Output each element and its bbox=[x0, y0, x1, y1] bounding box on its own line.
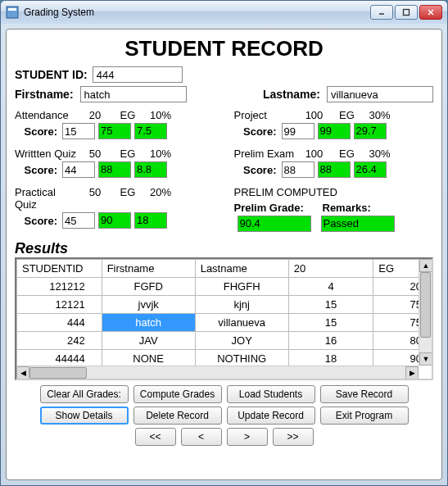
cell-lastname: NOTHING bbox=[195, 350, 288, 366]
vertical-scrollbar[interactable]: ▲ ▼ bbox=[419, 259, 432, 366]
first-record-button[interactable]: << bbox=[135, 428, 176, 446]
prelim-computed-title: PRELIM COMPUTED bbox=[234, 186, 434, 198]
eg-label: EG bbox=[111, 148, 144, 160]
svg-rect-1 bbox=[8, 8, 16, 11]
scroll-left-icon[interactable]: ◀ bbox=[16, 366, 29, 379]
table-row[interactable]: 242JAVJOY1680 bbox=[17, 332, 432, 350]
app-icon bbox=[6, 6, 19, 19]
prelimexam-eg-value: 88 bbox=[318, 161, 351, 178]
score-label: Score: bbox=[15, 164, 57, 176]
practical-pct: 20% bbox=[144, 186, 177, 198]
project-comp-value: 29.7 bbox=[354, 123, 387, 139]
prelim-grade-value: 90.4 bbox=[238, 216, 311, 232]
lastname-input[interactable] bbox=[327, 86, 433, 102]
cell-lastname: JOY bbox=[195, 332, 288, 350]
firstname-label: Firstname: bbox=[15, 88, 74, 101]
practical-name: Practical Quiz bbox=[15, 186, 79, 211]
score-label: Score: bbox=[15, 125, 57, 138]
prelimexam-name: Prelim Exam bbox=[234, 148, 298, 160]
eg-label: EG bbox=[111, 186, 144, 198]
table-row[interactable]: 444hatchvillanueva1575 bbox=[17, 314, 432, 332]
project-block: Project 100 EG 30% Score: 99 29.7 bbox=[234, 109, 434, 139]
cell-20: 16 bbox=[288, 332, 373, 350]
last-record-button[interactable]: >> bbox=[273, 428, 314, 446]
project-max: 100 bbox=[298, 109, 331, 121]
horizontal-scrollbar[interactable]: ◀ ▶ bbox=[16, 366, 419, 379]
table-row[interactable]: 12121jvvjkkjnj1575 bbox=[17, 296, 432, 314]
project-score-input[interactable] bbox=[282, 123, 315, 139]
student-id-input[interactable] bbox=[93, 66, 183, 83]
attendance-eg-value: 75 bbox=[98, 123, 131, 139]
scroll-up-icon[interactable]: ▲ bbox=[419, 259, 432, 272]
written-comp-value: 8.8 bbox=[134, 161, 167, 178]
written-block: Writtten Quiz 50 EG 10% Score: 88 8.8 bbox=[15, 148, 215, 178]
col-lastname[interactable]: Lastname bbox=[195, 260, 288, 278]
score-label: Score: bbox=[234, 164, 277, 176]
project-name: Project bbox=[234, 109, 298, 121]
written-score-input[interactable] bbox=[62, 161, 95, 178]
prelimexam-score-input[interactable] bbox=[282, 161, 315, 178]
window: Grading System STUDENT RECORD STUDENT ID… bbox=[0, 0, 448, 486]
clear-all-grades-button[interactable]: Clear All Grades: bbox=[40, 385, 129, 403]
cell-lastname: kjnj bbox=[195, 296, 288, 314]
maximize-button[interactable] bbox=[395, 5, 418, 20]
remarks-label: Remarks: bbox=[323, 202, 371, 214]
hscroll-thumb[interactable] bbox=[29, 367, 87, 379]
table-row[interactable]: 121212FGFDFHGFH420 bbox=[17, 278, 432, 296]
cell-20: 15 bbox=[288, 314, 373, 332]
next-record-button[interactable]: > bbox=[227, 428, 268, 446]
scroll-right-icon[interactable]: ▶ bbox=[405, 366, 419, 379]
attendance-score-input[interactable] bbox=[62, 123, 95, 139]
col-20[interactable]: 20 bbox=[288, 260, 373, 278]
cell-studentid: 444 bbox=[17, 314, 102, 332]
cell-20: 15 bbox=[288, 296, 373, 314]
attendance-name: Attendance bbox=[15, 109, 79, 121]
prelimexam-block: Prelim Exam 100 EG 30% Score: 88 26.4 bbox=[234, 148, 434, 178]
results-table[interactable]: STUDENTID Firstname Lastname 20 EG 12121… bbox=[16, 259, 432, 366]
delete-record-button[interactable]: Delete Record bbox=[133, 407, 222, 425]
eg-label: EG bbox=[111, 109, 144, 121]
lastname-label: Lastname: bbox=[263, 88, 320, 101]
vscroll-thumb[interactable] bbox=[420, 272, 431, 338]
score-label: Score: bbox=[15, 215, 57, 227]
cell-studentid: 44444 bbox=[17, 350, 102, 366]
attendance-block: Attendance 20 EG 10% Score: 75 7.5 bbox=[15, 109, 215, 139]
save-record-button[interactable]: Save Record bbox=[320, 385, 409, 403]
project-pct: 30% bbox=[364, 109, 396, 121]
eg-label: EG bbox=[331, 109, 364, 121]
update-record-button[interactable]: Update Record bbox=[227, 407, 315, 425]
written-max: 50 bbox=[79, 148, 111, 160]
remarks-value: Passed bbox=[321, 216, 395, 232]
cell-20: 4 bbox=[288, 278, 373, 296]
cell-firstname: hatch bbox=[102, 314, 195, 332]
cell-20: 18 bbox=[288, 350, 373, 366]
client-area: STUDENT RECORD STUDENT ID: Firstname: La… bbox=[6, 29, 442, 480]
cell-firstname: FGFD bbox=[102, 278, 195, 296]
show-details-button[interactable]: Show Details bbox=[40, 407, 129, 425]
prelim-computed-block: PRELIM COMPUTED Prelim Grade: Remarks: 9… bbox=[234, 186, 434, 232]
prelim-grade-label: Prelim Grade: bbox=[234, 202, 323, 214]
written-pct: 10% bbox=[144, 148, 177, 160]
prelimexam-max: 100 bbox=[298, 148, 331, 160]
table-row[interactable]: 44444NONENOTHING1890 bbox=[17, 350, 432, 366]
minimize-button[interactable] bbox=[370, 5, 393, 20]
table-header-row: STUDENTID Firstname Lastname 20 EG bbox=[17, 260, 432, 278]
prev-record-button[interactable]: < bbox=[181, 428, 222, 446]
titlebar[interactable]: Grading System bbox=[1, 1, 447, 24]
firstname-input[interactable] bbox=[80, 86, 187, 102]
results-table-wrap: STUDENTID Firstname Lastname 20 EG 12121… bbox=[15, 257, 433, 380]
practical-block: Practical Quiz 50 EG 20% Score: 90 18 bbox=[15, 186, 215, 232]
written-eg-value: 88 bbox=[98, 161, 131, 178]
prelimexam-comp-value: 26.4 bbox=[354, 161, 387, 178]
cell-lastname: villanueva bbox=[195, 314, 288, 332]
exit-program-button[interactable]: Exit Program bbox=[320, 407, 409, 425]
col-studentid[interactable]: STUDENTID bbox=[17, 260, 102, 278]
svg-rect-3 bbox=[404, 10, 410, 16]
col-firstname[interactable]: Firstname bbox=[102, 260, 195, 278]
scroll-down-icon[interactable]: ▼ bbox=[419, 352, 432, 366]
load-students-button[interactable]: Load Students bbox=[227, 385, 315, 403]
cell-studentid: 242 bbox=[17, 332, 102, 350]
close-button[interactable] bbox=[419, 5, 442, 20]
compute-grades-button[interactable]: Compute Grades bbox=[133, 385, 222, 403]
practical-score-input[interactable] bbox=[62, 212, 95, 229]
